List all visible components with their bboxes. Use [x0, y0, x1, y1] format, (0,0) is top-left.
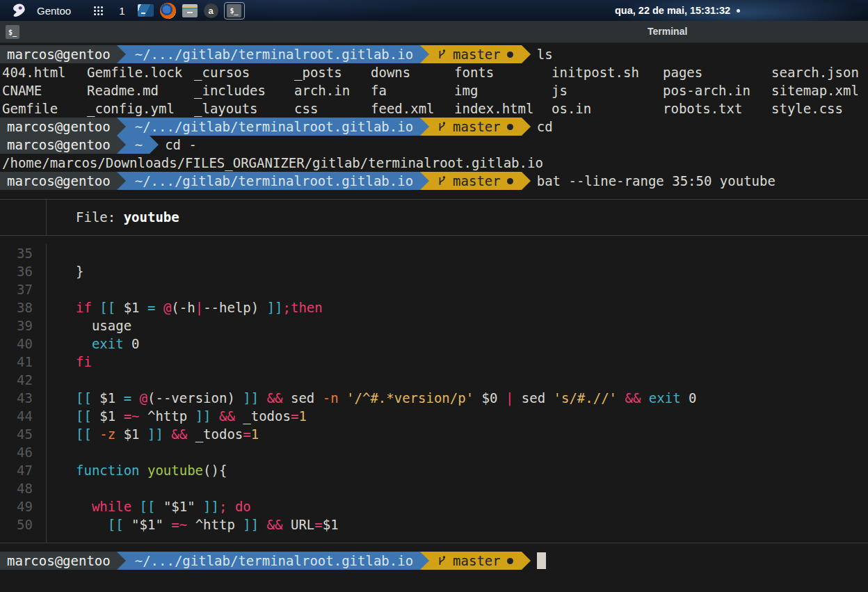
code-text — [47, 443, 76, 461]
code-token — [92, 426, 99, 442]
code-token: -z — [99, 426, 115, 442]
app-grid-icon[interactable] — [93, 6, 104, 16]
bat-frame-top — [0, 190, 868, 208]
active-task-button[interactable]: $_ — [224, 2, 245, 19]
workspace-indicator[interactable]: 1 — [119, 5, 124, 17]
code-token: [[ — [76, 390, 92, 406]
prompt-path-segment: ~/.../gitlab/terminalroot.gitlab.io — [126, 552, 420, 570]
code-token — [339, 390, 346, 406]
code-line: 46 — [0, 443, 868, 461]
code-token: $0 — [474, 390, 506, 406]
code-text — [47, 244, 76, 262]
window-terminal-icon[interactable]: $_ — [6, 25, 19, 39]
powerline-arrow-icon — [420, 172, 429, 190]
file-name: _cursos — [194, 63, 294, 81]
code-token: "$1" — [124, 517, 172, 532]
code-token — [131, 390, 139, 406]
code-text: [[ -z $1 ]] && _todos=1 — [47, 425, 259, 443]
git-dirty-dot-icon — [507, 558, 513, 564]
file-name: _includes — [194, 81, 294, 99]
prompt-git-segment: master — [429, 552, 522, 570]
file-name: robots.txt — [663, 99, 771, 118]
file-name: _posts — [294, 63, 371, 81]
file-manager-icon[interactable] — [182, 4, 198, 17]
powerline-arrow-icon — [522, 118, 531, 136]
file-name: pos-arch.in — [663, 81, 771, 99]
terminal-launcher-icon[interactable] — [138, 4, 154, 17]
gentoo-logo-icon — [11, 3, 28, 19]
code-token: _todos — [235, 408, 291, 424]
code-token: ]] — [195, 408, 211, 424]
git-branch-icon — [437, 49, 447, 61]
powerline-arrow-icon — [522, 45, 531, 63]
code-token: [[ — [108, 517, 124, 532]
code-token: [[ — [76, 426, 92, 442]
bat-header-text: File: youtube — [47, 208, 179, 226]
code-token: URL — [283, 517, 315, 532]
code-token: ]] — [147, 426, 163, 442]
file-name: downs — [371, 63, 454, 81]
code-token: ^http — [187, 517, 243, 532]
code-token: ]] — [243, 390, 259, 406]
code-line: 43[[ $1 = @(--version) ]] && sed -n '/^#… — [0, 389, 868, 407]
code-token: =~ — [124, 408, 140, 424]
prompt-path-segment: ~/.../gitlab/terminalroot.gitlab.io — [126, 118, 420, 136]
git-branch-name: master — [453, 45, 501, 63]
prompt-path-segment: ~/.../gitlab/terminalroot.gitlab.io — [126, 172, 420, 190]
code-token: [[ — [99, 300, 115, 315]
powerline-arrow-icon — [420, 45, 429, 63]
code-token: && — [625, 390, 641, 406]
code-line: 40 exit 0 — [0, 335, 868, 353]
prompt-path: ~/.../gitlab/terminalroot.gitlab.io — [135, 552, 413, 570]
git-branch-icon — [437, 175, 447, 187]
code-text: fi — [47, 353, 92, 371]
code-token: while — [92, 499, 131, 514]
firefox-icon[interactable] — [160, 3, 176, 19]
powerline-arrow-icon — [420, 552, 429, 570]
line-number: 41 — [0, 353, 47, 371]
code-token: 1 — [251, 426, 259, 442]
a-app-icon[interactable]: a — [204, 3, 218, 18]
file-name: os.in — [552, 99, 663, 118]
terminal-screen[interactable]: marcos@gentoo ~/.../gitlab/terminalroot.… — [0, 44, 868, 592]
code-line: 45[[ -z $1 ]] && _todos=1 — [0, 425, 868, 443]
prompt-path-segment: ~/.../gitlab/terminalroot.gitlab.io — [126, 45, 420, 63]
powerline-arrow-icon — [117, 552, 126, 570]
powerline-arrow-icon — [117, 118, 126, 136]
gentoo-menu-button[interactable]: Gentoo — [11, 3, 71, 19]
bat-frame-bottom — [0, 534, 868, 552]
taskbar: a — [138, 3, 218, 19]
powerline-arrow-icon — [117, 45, 126, 63]
code-token: exit — [649, 390, 681, 406]
panel-clock[interactable]: qua, 22 de mai, 15:31:32 — [615, 0, 740, 21]
code-token: ;then — [283, 300, 323, 315]
code-token: 0 — [124, 336, 140, 351]
prompt-path-segment: ~ — [126, 136, 150, 154]
code-token: [[ — [140, 499, 156, 514]
code-token: @ — [163, 300, 171, 315]
line-number: 45 — [0, 425, 47, 443]
powerline-arrow-icon — [117, 172, 126, 190]
line-number: 37 — [0, 280, 47, 298]
file-name: index.html — [454, 99, 552, 118]
code-text — [47, 479, 76, 497]
code-token: = — [147, 300, 155, 315]
code-token: = — [124, 390, 131, 406]
file-name: fonts — [454, 63, 552, 81]
file-name: _layouts — [194, 99, 294, 118]
file-name: feed.xml — [371, 99, 454, 118]
code-line: 37 — [0, 280, 868, 298]
file-name: _config.yml — [87, 99, 194, 118]
code-token: = — [291, 408, 298, 424]
code-token: fi — [76, 354, 92, 369]
shell-prompt-line: marcos@gentoo ~/.../gitlab/terminalroot.… — [0, 118, 868, 136]
code-line: 42 — [0, 371, 868, 389]
window-titlebar[interactable]: $_ Terminal — [0, 21, 868, 43]
code-token — [140, 463, 147, 478]
code-line: 44[[ $1 =~ ^http ]] && _todos=1 — [0, 407, 868, 425]
bat-gutter — [0, 208, 47, 226]
prompt-user-segment: marcos@gentoo — [0, 118, 117, 136]
code-token: exit — [92, 336, 124, 351]
prompt-user-segment: marcos@gentoo — [0, 552, 117, 570]
bat-file-header: File: youtube — [0, 208, 868, 226]
